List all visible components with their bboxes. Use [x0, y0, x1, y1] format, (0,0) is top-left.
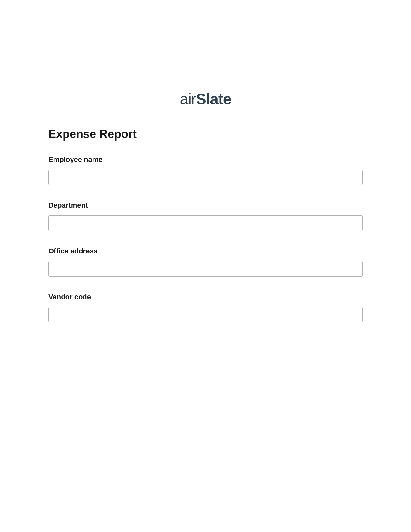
vendor-code-label: Vendor code	[48, 293, 363, 301]
form-title: Expense Report	[48, 127, 363, 141]
field-employee-name: Employee name	[48, 155, 363, 185]
office-address-label: Office address	[48, 247, 363, 255]
employee-name-input[interactable]	[48, 170, 363, 185]
field-office-address: Office address	[48, 247, 363, 277]
vendor-code-input[interactable]	[48, 307, 363, 322]
employee-name-label: Employee name	[48, 155, 363, 164]
logo-suffix: Slate	[196, 91, 231, 108]
department-input[interactable]	[48, 215, 363, 231]
office-address-input[interactable]	[48, 261, 363, 277]
department-label: Department	[48, 201, 363, 210]
form-page: airSlate Expense Report Employee name De…	[0, 0, 411, 322]
logo: airSlate	[48, 90, 363, 108]
field-vendor-code: Vendor code	[48, 293, 363, 322]
logo-text: airSlate	[180, 91, 231, 108]
field-department: Department	[48, 201, 363, 231]
logo-prefix: air	[180, 91, 196, 108]
